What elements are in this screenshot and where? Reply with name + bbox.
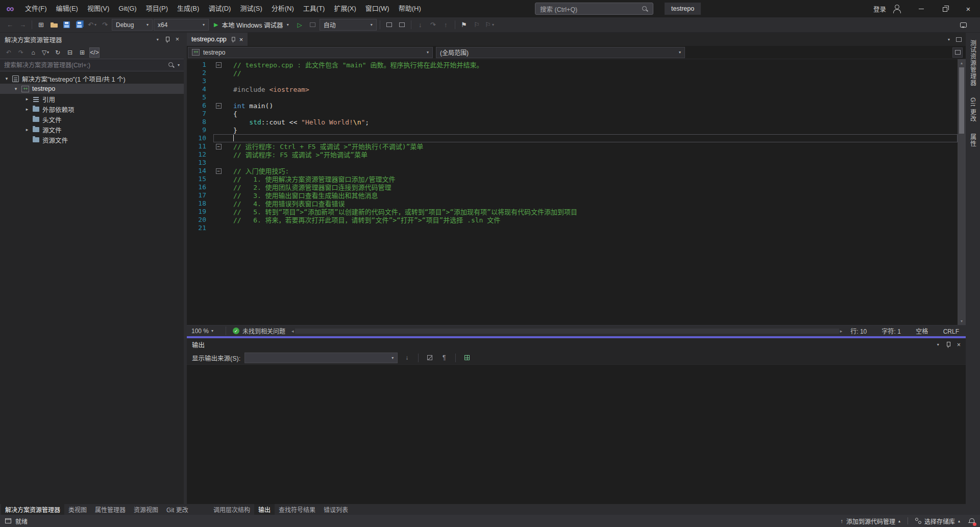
output-source-combobox[interactable]: ▾ [244,353,398,363]
close-icon[interactable]: × [176,36,179,43]
window-layout-button[interactable] [383,19,395,31]
add-to-source-control-button[interactable]: ↑ 添加到源代码管理 ▴ [840,517,900,525]
start-debugging-button[interactable]: ▶ 本地 Windows 调试器 ▾ [210,19,293,31]
menu-item[interactable]: 帮助(H) [394,0,426,17]
pin-icon[interactable] [230,36,235,42]
tree-item[interactable]: ▸源文件 [0,124,184,135]
right-tool-tab[interactable]: Git 更改 [969,97,977,122]
tree-item[interactable]: 资源文件 [0,135,184,145]
next-bookmark-button[interactable]: ⚐▾ [484,19,496,31]
menu-item[interactable]: 项目(P) [141,0,173,17]
se-new-item-button[interactable]: ⊞ [77,47,87,58]
code-line[interactable]: 2// [187,69,958,77]
code-line[interactable]: 15// 1. 使用解决方案资源管理器窗口添加/管理文件 [187,175,958,183]
select-repository-button[interactable]: 选择存储库 ▴ [915,517,960,525]
panel-tab[interactable]: 属性管理器 [91,504,130,515]
solution-explorer-search-input[interactable] [4,62,165,69]
tree-item-project[interactable]: ▾ ++ testrepo [0,84,184,94]
global-search-box[interactable]: 搜索 (Ctrl+Q) [535,3,653,15]
line-ending-indicator[interactable]: CRLF [937,328,966,335]
platform-combobox[interactable]: x64 ▾ [154,19,209,31]
menu-item[interactable]: 视图(V) [83,0,114,17]
solution-name-badge[interactable]: testrepo [665,3,701,15]
output-panel-header[interactable]: 输出 ▾ × [187,338,966,351]
fold-collapse-icon[interactable]: − [216,62,222,68]
se-back-button[interactable]: ↶ [4,47,14,58]
account-icon[interactable] [892,4,901,13]
code-line[interactable]: 17// 3. 使用输出窗口查看生成输出和其他消息 [187,191,958,199]
tab-list-dropdown-icon[interactable]: ▾ [948,37,950,42]
code-line[interactable]: 12// 调试程序: F5 或调试 >“开始调试”菜单 [187,150,958,159]
redo-button[interactable]: ↷ [99,19,111,31]
code-line[interactable]: 8 std::cout << "Hello World!\n"; [187,118,958,126]
scroll-left-icon[interactable]: ◂ [291,329,294,334]
pin-icon[interactable] [945,341,951,348]
code-line[interactable]: 4#include <iostream> [187,85,958,93]
spaces-indicator[interactable]: 空格 [909,328,935,335]
code-line[interactable]: 3 [187,77,958,85]
send-feedback-icon[interactable] [960,22,967,28]
se-show-all-files-button[interactable]: </> [89,47,100,58]
tree-item[interactable]: ▸外部依赖项 [0,104,184,114]
step-out-button[interactable]: ↑ [440,19,452,31]
expand-arrow-icon[interactable]: ▾ [4,76,9,81]
code-line[interactable]: 7{ [187,110,958,118]
code-line[interactable]: 13 [187,159,958,167]
tree-item[interactable]: ▸引用 [0,94,184,104]
panel-tab[interactable]: 解决方案资源管理器 [1,504,64,515]
menu-item[interactable]: 测试(S) [235,0,266,17]
menu-item[interactable]: 扩展(X) [329,0,360,17]
code-line[interactable]: 19// 5. 转到“项目”>“添加新项”以创建新的代码文件，或转到“项目”>“… [187,208,958,216]
scroll-up-icon[interactable]: ▴ [958,59,966,67]
word-wrap-button[interactable]: ¶ [439,353,449,363]
save-all-button[interactable] [74,19,85,31]
document-tab-active[interactable]: testrepo.cpp × [187,33,248,46]
code-line[interactable]: 10 [187,134,958,142]
code-line[interactable]: 11−// 运行程序: Ctrl + F5 或调试 >“开始执行(不调试)”菜单 [187,142,958,150]
toggle-messages-button[interactable] [462,353,472,363]
panel-tab[interactable]: Git 更改 [162,504,192,515]
panel-tab[interactable]: 类视图 [64,504,91,515]
panel-tab[interactable]: 调用层次结构 [209,504,254,515]
fold-collapse-icon[interactable]: − [216,103,222,109]
expand-arrow-icon[interactable]: ▸ [24,96,30,102]
new-item-button[interactable]: ⊞ [35,19,47,31]
solution-explorer-search[interactable]: ▾ [0,59,184,71]
expand-arrow-icon[interactable]: ▾ [13,86,18,91]
maximize-button[interactable] [933,0,957,17]
expand-arrow-icon[interactable]: ▸ [24,127,30,132]
panel-tab[interactable]: 输出 [254,504,275,515]
sign-in-button[interactable]: 登录 [868,4,891,14]
navigate-forward-button[interactable]: → [17,19,29,31]
scroll-right-icon[interactable]: ▸ [840,329,843,334]
undo-dropdown-icon[interactable]: ▾ [94,22,96,27]
menu-item[interactable]: 调试(D) [204,0,235,17]
menu-item[interactable]: Git(G) [114,0,141,17]
right-tool-tab[interactable]: 测试资源管理器 [969,40,977,86]
close-icon[interactable]: × [957,341,961,348]
fold-collapse-icon[interactable]: − [216,168,222,174]
document-health-indicator[interactable]: ✓ 未找到相关问题 [228,327,290,335]
step-over-button[interactable]: ↷ [427,19,439,31]
code-line[interactable]: 18// 4. 使用错误列表窗口查看错误 [187,199,958,208]
code-line[interactable]: 14−// 入门使用技巧: [187,167,958,175]
minimize-button[interactable] [910,0,933,17]
line-indicator[interactable]: 行: 10 [844,328,873,335]
code-line[interactable]: 21 [187,224,958,232]
code-line[interactable]: 6−int main() [187,102,958,110]
right-tool-tab[interactable]: 属性 [969,134,977,147]
editor-horizontal-scrollbar[interactable]: ◂ ▸ [291,325,842,336]
symbol-scope-combobox[interactable]: (全局范围) ▾ [436,47,685,58]
close-icon[interactable]: × [239,36,243,43]
scroll-down-icon[interactable]: ▾ [958,317,966,325]
menu-item[interactable]: 编辑(E) [52,0,83,17]
open-file-button[interactable] [48,19,60,31]
tree-item[interactable]: 头文件 [0,114,184,124]
code-line[interactable]: 16// 2. 使用团队资源管理器窗口连接到源代码管理 [187,183,958,191]
pin-icon[interactable] [164,36,170,43]
code-line[interactable]: 20// 6. 将来，若要再次打开此项目，请转到“文件”>“打开”>“项目”并选… [187,216,958,224]
code-line[interactable]: 9} [187,126,958,134]
code-editor[interactable]: 1−// testrepo.cpp : 此文件包含 "main" 函数。程序执行… [187,59,966,325]
menu-item[interactable]: 分析(N) [267,0,299,17]
notifications-bell-icon[interactable] [968,518,975,524]
